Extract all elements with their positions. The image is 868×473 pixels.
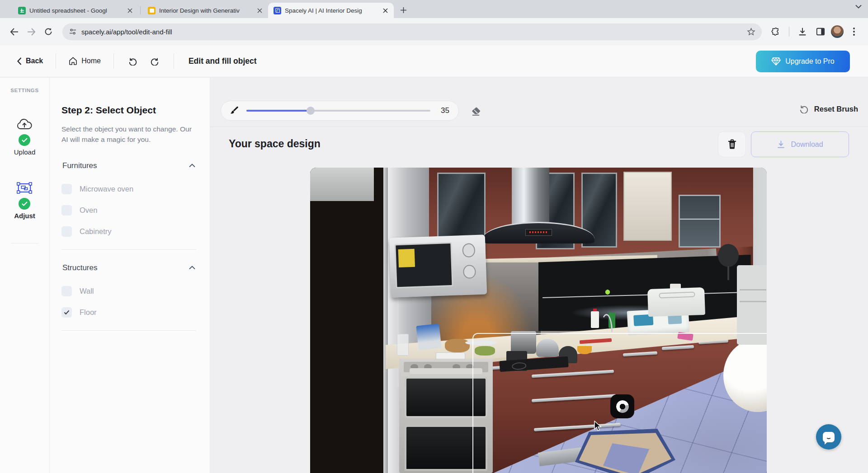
section-header-furnitures[interactable]: Furnitures [61, 159, 196, 173]
downloads-icon[interactable] [795, 24, 810, 39]
bottle-shelf [310, 168, 386, 473]
chevron-down-icon[interactable] [855, 5, 862, 9]
checkbox-row-oven[interactable]: Oven [61, 205, 196, 215]
tab-spacely-active[interactable]: Spacely AI | AI Interior Desig [268, 3, 394, 18]
storage-box [647, 287, 705, 317]
google-slides-icon [148, 7, 156, 14]
gem-icon [771, 57, 781, 66]
adjust-selection-icon [16, 181, 33, 195]
new-tab-button[interactable] [397, 4, 409, 16]
cloud-upload-icon [16, 118, 33, 131]
reset-icon [799, 104, 809, 113]
bread [445, 339, 470, 352]
chevron-up-icon [189, 266, 195, 270]
range-hood-chimney [512, 168, 549, 229]
back-button[interactable]: Back [13, 53, 47, 69]
download-button[interactable]: Download [751, 131, 849, 157]
undo-button[interactable] [122, 53, 144, 69]
download-label: Download [791, 140, 823, 149]
home-label: Home [81, 57, 101, 65]
chevron-up-icon [189, 164, 195, 168]
app-header: Back Home Edit and fill object Upgrade t… [0, 45, 868, 77]
slider-fill [246, 110, 311, 112]
checkbox-label: Microwave oven [80, 185, 133, 193]
checkbox-label: Oven [80, 206, 97, 215]
checkbox-row-cabinetry[interactable]: Cabinetry [61, 226, 196, 237]
adjust-done-badge [19, 198, 30, 210]
section-header-structures[interactable]: Structures [61, 261, 196, 275]
home-icon [69, 57, 77, 65]
design-title: Your space design [229, 138, 321, 150]
home-button[interactable]: Home [64, 53, 105, 69]
address-bar[interactable]: spacely.ai/app/tool/edit-and-fill [62, 23, 762, 40]
checkbox-label: Wall [80, 287, 94, 295]
back-label: Back [26, 57, 43, 65]
chat-support-button[interactable] [816, 424, 841, 450]
slider-thumb[interactable] [307, 107, 315, 115]
checkbox-row-microwave-oven[interactable]: Microwave oven [61, 184, 196, 194]
google-sheets-icon [18, 7, 26, 14]
profile-avatar[interactable] [831, 25, 844, 38]
tab-title: Spacely AI | AI Interior Desig [285, 7, 377, 14]
undo-icon [128, 57, 137, 66]
brush-size-control: 35 [221, 101, 459, 121]
browser-tab-bar: Untitled spreadsheet - Googl Interior De… [0, 0, 868, 18]
upgrade-label: Upgrade to Pro [785, 57, 835, 66]
checkbox[interactable] [61, 184, 72, 194]
upgrade-to-pro-button[interactable]: Upgrade to Pro [756, 51, 850, 72]
upload-done-badge [19, 134, 30, 146]
checkbox[interactable] [61, 286, 72, 296]
settings-rail: SETTINGS Upload Adjust [0, 78, 50, 473]
checkbox[interactable] [61, 226, 72, 237]
select-object-panel: Step 2: Select Object Select the object … [50, 78, 210, 473]
tab-title: Untitled spreadsheet - Googl [29, 7, 122, 14]
reset-brush-button[interactable]: Reset Brush [799, 104, 858, 113]
step-title: Step 2: Select Object [61, 105, 196, 116]
checkbox-row-wall[interactable]: Wall [61, 286, 196, 296]
rail-item-adjust[interactable]: Adjust [14, 181, 35, 220]
checkbox-row-floor[interactable]: Floor [61, 307, 196, 318]
site-settings-icon[interactable] [69, 28, 77, 36]
side-panel-icon[interactable] [813, 24, 828, 39]
delete-design-button[interactable] [718, 131, 746, 157]
close-icon[interactable] [126, 6, 134, 14]
close-icon[interactable] [381, 6, 389, 14]
close-icon[interactable] [255, 6, 264, 14]
soap-bottle [591, 311, 599, 328]
rail-item-upload[interactable]: Upload [14, 118, 36, 156]
browser-toolbar: spacely.ai/app/tool/edit-and-fill [0, 18, 868, 45]
redo-button[interactable] [144, 53, 165, 69]
rail-item-label: Upload [14, 148, 36, 156]
extensions-puzzle-icon[interactable] [768, 24, 783, 39]
checkbox[interactable] [61, 205, 72, 215]
brush-icon[interactable] [229, 106, 239, 116]
toolbar-divider [789, 27, 789, 37]
spacely-favicon [274, 7, 281, 14]
header-divider [56, 53, 56, 69]
back-nav-icon[interactable] [6, 24, 22, 39]
reset-brush-label: Reset Brush [814, 105, 858, 113]
section-label: Furnitures [62, 161, 97, 170]
checkbox-checked[interactable] [61, 307, 72, 318]
rail-divider [11, 243, 38, 244]
step-description: Select the object you want to change. Ou… [61, 124, 196, 145]
settings-heading: SETTINGS [10, 88, 38, 93]
tab-interior-design[interactable]: Interior Design with Generativ [142, 3, 268, 18]
browser-menu-icon[interactable] [846, 24, 862, 39]
header-divider [174, 53, 174, 69]
download-icon [777, 140, 785, 149]
checkbox-label: Floor [80, 308, 97, 317]
tab-google-sheets[interactable]: Untitled spreadsheet - Googl [13, 3, 138, 18]
page-title: Edit and fill object [189, 56, 257, 66]
checkbox-label: Cabinetry [80, 227, 112, 236]
tab-separator [140, 6, 141, 14]
rail-item-label: Adjust [14, 212, 35, 220]
header-divider [113, 53, 114, 69]
forward-nav-icon[interactable] [24, 24, 39, 39]
reload-icon[interactable] [41, 24, 56, 39]
bookmark-star-icon[interactable] [747, 28, 755, 36]
kitchen-photo-canvas[interactable] [310, 168, 767, 473]
brush-size-slider[interactable] [246, 107, 430, 115]
redo-icon [150, 57, 159, 66]
eraser-button[interactable] [468, 103, 483, 119]
